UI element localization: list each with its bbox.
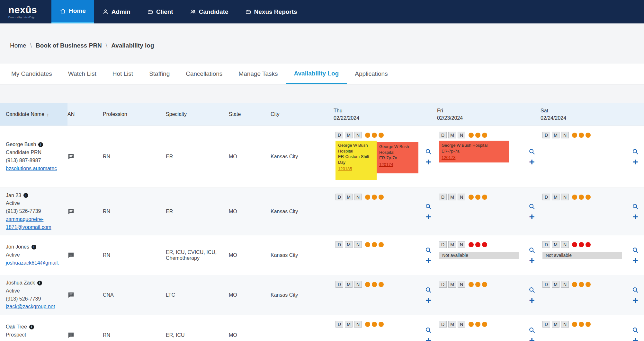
shift-m-box[interactable]: M	[345, 321, 353, 328]
shift-m-box[interactable]: M	[448, 241, 456, 248]
shift-m-box[interactable]: M	[552, 321, 559, 328]
add-availability-icon[interactable]: +	[632, 257, 638, 264]
shift-d-box[interactable]: D	[542, 281, 550, 288]
search-icon[interactable]	[425, 247, 432, 254]
shift-n-box[interactable]: N	[354, 321, 362, 328]
add-availability-icon[interactable]: +	[425, 257, 431, 264]
sort-ascending-icon[interactable]: ↑	[47, 112, 49, 117]
shift-m-box[interactable]: M	[345, 194, 353, 200]
add-availability-icon[interactable]: +	[632, 297, 638, 304]
search-icon[interactable]	[528, 327, 535, 334]
column-header-candidate-name[interactable]: Candidate Name↑	[0, 103, 67, 126]
tab-cancellations[interactable]: Cancellations	[178, 64, 230, 84]
tab-availability-log[interactable]: Availability Log	[286, 64, 347, 84]
shift-d-box[interactable]: D	[542, 241, 550, 248]
search-icon[interactable]	[528, 148, 535, 155]
event-id-link[interactable]: 120185	[338, 166, 374, 172]
search-icon[interactable]	[632, 203, 639, 210]
add-availability-icon[interactable]: +	[529, 213, 535, 220]
column-header-profession[interactable]: Profession	[103, 111, 166, 117]
add-availability-icon[interactable]: +	[425, 337, 431, 341]
shift-m-box[interactable]: M	[448, 321, 456, 328]
nav-item-client[interactable]: Client	[139, 0, 182, 23]
shift-event[interactable]: George W Bush HospitalER-Custom Shift Da…	[335, 141, 377, 180]
chat-icon[interactable]	[67, 292, 75, 299]
shift-m-box[interactable]: M	[552, 281, 559, 288]
search-icon[interactable]	[528, 286, 535, 293]
shift-m-box[interactable]: M	[552, 241, 559, 248]
shift-n-box[interactable]: N	[354, 194, 362, 200]
column-header-city[interactable]: City	[271, 111, 334, 117]
shift-d-box[interactable]: D	[335, 281, 343, 288]
tab-manage-tasks[interactable]: Manage Tasks	[230, 64, 286, 84]
event-id-link[interactable]: 120173	[442, 155, 506, 161]
shift-n-box[interactable]: N	[458, 241, 465, 248]
nav-item-nexus-reports[interactable]: Nexus Reports	[237, 0, 306, 23]
search-icon[interactable]	[425, 286, 432, 293]
shift-d-box[interactable]: D	[542, 321, 550, 328]
search-icon[interactable]	[425, 327, 432, 334]
nav-item-home[interactable]: Home	[51, 0, 94, 23]
shift-event[interactable]: George W Bush HospitalER-7p-7a120173	[439, 141, 509, 162]
add-availability-icon[interactable]: +	[529, 297, 535, 304]
add-availability-icon[interactable]: +	[632, 158, 638, 165]
shift-d-box[interactable]: D	[439, 281, 447, 288]
shift-d-box[interactable]: D	[335, 241, 343, 248]
shift-d-box[interactable]: D	[439, 241, 447, 248]
candidate-email-link[interactable]: zammaquoretre-1871@yopmail.com	[6, 215, 64, 232]
shift-d-box[interactable]: D	[439, 194, 447, 200]
chat-icon[interactable]	[67, 332, 75, 339]
search-icon[interactable]	[632, 247, 639, 254]
add-availability-icon[interactable]: +	[529, 337, 535, 341]
add-availability-icon[interactable]: +	[632, 337, 638, 341]
event-id-link[interactable]: 120174	[379, 162, 416, 168]
shift-n-box[interactable]: N	[458, 281, 465, 288]
breadcrumb-item-home[interactable]: Home	[10, 42, 26, 49]
info-icon[interactable]: i	[38, 142, 43, 147]
column-header-an[interactable]: AN	[67, 111, 103, 117]
column-header-specialty[interactable]: Specialty	[166, 111, 229, 117]
candidate-email-link[interactable]: bzsolutions.automatec	[6, 165, 57, 173]
shift-n-box[interactable]: N	[458, 321, 465, 328]
candidate-email-link[interactable]: jzack@zackgroup.net	[6, 303, 55, 311]
search-icon[interactable]	[528, 203, 535, 210]
nav-item-admin[interactable]: Admin	[94, 0, 139, 23]
add-availability-icon[interactable]: +	[425, 297, 431, 304]
shift-m-box[interactable]: M	[448, 281, 456, 288]
shift-m-box[interactable]: M	[345, 281, 353, 288]
info-icon[interactable]: i	[37, 281, 42, 285]
tab-hot-list[interactable]: Hot List	[104, 64, 141, 84]
shift-n-box[interactable]: N	[561, 194, 569, 200]
shift-n-box[interactable]: N	[561, 321, 569, 328]
shift-n-box[interactable]: N	[561, 281, 569, 288]
shift-d-box[interactable]: D	[439, 132, 447, 138]
shift-n-box[interactable]: N	[458, 194, 465, 200]
search-icon[interactable]	[425, 148, 432, 155]
candidate-email-link[interactable]: joshuazack614@gmail.	[6, 259, 59, 267]
search-icon[interactable]	[632, 148, 639, 155]
shift-m-box[interactable]: M	[448, 132, 456, 138]
tab-staffing[interactable]: Staffing	[141, 64, 178, 84]
shift-n-box[interactable]: N	[561, 241, 569, 248]
shift-n-box[interactable]: N	[458, 132, 465, 138]
info-icon[interactable]: i	[23, 193, 28, 198]
shift-d-box[interactable]: D	[542, 132, 550, 138]
shift-n-box[interactable]: N	[354, 132, 362, 138]
shift-d-box[interactable]: D	[335, 194, 343, 200]
search-icon[interactable]	[528, 247, 535, 254]
shift-m-box[interactable]: M	[345, 132, 353, 138]
search-icon[interactable]	[632, 327, 639, 334]
shift-d-box[interactable]: D	[542, 194, 550, 200]
shift-n-box[interactable]: N	[561, 132, 569, 138]
shift-m-box[interactable]: M	[345, 241, 353, 248]
shift-event[interactable]: George W Bush HospitalER-7p-7a120174	[377, 142, 418, 173]
nav-item-candidate[interactable]: Candidate	[182, 0, 237, 23]
tab-applications[interactable]: Applications	[347, 64, 396, 84]
chat-icon[interactable]	[67, 208, 75, 215]
info-icon[interactable]: i	[31, 245, 36, 249]
shift-d-box[interactable]: D	[335, 321, 343, 328]
add-availability-icon[interactable]: +	[425, 158, 431, 165]
shift-n-box[interactable]: N	[354, 281, 362, 288]
tab-watch-list[interactable]: Watch List	[60, 64, 104, 84]
search-icon[interactable]	[632, 286, 639, 293]
